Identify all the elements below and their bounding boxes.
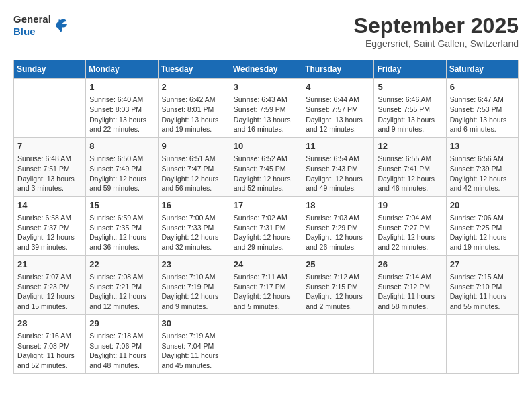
calendar-cell: 23Sunrise: 7:10 AMSunset: 7:19 PMDayligh… <box>158 255 230 314</box>
day-number: 14 <box>17 199 82 212</box>
cell-content: Sunrise: 7:14 AMSunset: 7:12 PMDaylight:… <box>378 272 442 312</box>
calendar-cell: 6Sunrise: 6:47 AMSunset: 7:53 PMDaylight… <box>446 79 518 138</box>
day-number: 5 <box>378 81 442 93</box>
month-title: September 2025 <box>354 13 519 38</box>
cell-content: Sunrise: 7:11 AMSunset: 7:17 PMDaylight:… <box>234 272 298 312</box>
weekday-header: Monday <box>86 60 158 79</box>
cell-content: Sunrise: 6:40 AMSunset: 8:03 PMDaylight:… <box>89 95 154 134</box>
cell-content: Sunrise: 7:00 AMSunset: 7:33 PMDaylight:… <box>162 213 226 253</box>
cell-content: Sunrise: 7:10 AMSunset: 7:19 PMDaylight:… <box>162 272 226 312</box>
day-number: 23 <box>162 259 226 271</box>
cell-content: Sunrise: 7:18 AMSunset: 7:06 PMDaylight:… <box>89 331 154 371</box>
calendar-cell: 1Sunrise: 6:40 AMSunset: 8:03 PMDaylight… <box>86 79 158 138</box>
day-number: 9 <box>162 140 226 152</box>
cell-content: Sunrise: 6:56 AMSunset: 7:39 PMDaylight:… <box>450 154 515 193</box>
calendar-week-row: 21Sunrise: 7:07 AMSunset: 7:23 PMDayligh… <box>14 255 519 314</box>
cell-content: Sunrise: 6:46 AMSunset: 7:55 PMDaylight:… <box>378 95 442 134</box>
day-number: 7 <box>17 140 82 152</box>
cell-content: Sunrise: 7:12 AMSunset: 7:15 PMDaylight:… <box>306 272 370 312</box>
day-number: 27 <box>450 259 515 271</box>
day-number: 2 <box>162 81 226 93</box>
day-number: 3 <box>234 81 298 93</box>
weekday-header: Friday <box>374 60 446 79</box>
calendar-week-row: 1Sunrise: 6:40 AMSunset: 8:03 PMDaylight… <box>14 79 519 138</box>
calendar-cell: 20Sunrise: 7:06 AMSunset: 7:25 PMDayligh… <box>446 196 518 255</box>
cell-content: Sunrise: 6:54 AMSunset: 7:43 PMDaylight:… <box>306 154 370 193</box>
day-number: 4 <box>306 81 370 93</box>
calendar-cell: 25Sunrise: 7:12 AMSunset: 7:15 PMDayligh… <box>302 255 374 314</box>
cell-content: Sunrise: 7:06 AMSunset: 7:25 PMDaylight:… <box>450 213 515 253</box>
cell-content: Sunrise: 7:16 AMSunset: 7:08 PMDaylight:… <box>17 331 82 371</box>
day-number: 17 <box>234 199 298 212</box>
day-number: 26 <box>378 259 442 271</box>
weekday-header: Sunday <box>14 60 86 79</box>
day-number: 8 <box>89 140 154 152</box>
day-number: 30 <box>162 318 226 330</box>
logo: GeneralBlue <box>13 13 69 38</box>
cell-content: Sunrise: 6:43 AMSunset: 7:59 PMDaylight:… <box>234 95 298 134</box>
day-number: 21 <box>17 259 82 271</box>
location: Eggersriet, Saint Gallen, Switzerland <box>354 38 519 49</box>
calendar-cell: 14Sunrise: 6:58 AMSunset: 7:37 PMDayligh… <box>14 196 86 255</box>
calendar-cell: 26Sunrise: 7:14 AMSunset: 7:12 PMDayligh… <box>374 255 446 314</box>
calendar-cell: 8Sunrise: 6:50 AMSunset: 7:49 PMDaylight… <box>86 137 158 196</box>
cell-content: Sunrise: 7:08 AMSunset: 7:21 PMDaylight:… <box>89 272 154 312</box>
day-number: 16 <box>162 199 226 212</box>
logo-bird-icon <box>54 16 69 35</box>
cell-content: Sunrise: 6:44 AMSunset: 7:57 PMDaylight:… <box>306 95 370 134</box>
day-number: 6 <box>450 81 515 93</box>
cell-content: Sunrise: 7:07 AMSunset: 7:23 PMDaylight:… <box>17 272 82 312</box>
cell-content: Sunrise: 7:04 AMSunset: 7:27 PMDaylight:… <box>378 213 442 253</box>
calendar-week-row: 14Sunrise: 6:58 AMSunset: 7:37 PMDayligh… <box>14 196 519 255</box>
calendar-cell: 7Sunrise: 6:48 AMSunset: 7:51 PMDaylight… <box>14 137 86 196</box>
weekday-header: Saturday <box>446 60 518 79</box>
day-number: 25 <box>306 259 370 271</box>
day-number: 22 <box>89 259 154 271</box>
calendar-cell: 15Sunrise: 6:59 AMSunset: 7:35 PMDayligh… <box>86 196 158 255</box>
cell-content: Sunrise: 7:02 AMSunset: 7:31 PMDaylight:… <box>234 213 298 253</box>
calendar-cell <box>446 314 518 373</box>
day-number: 19 <box>378 199 442 212</box>
day-number: 1 <box>89 81 154 93</box>
calendar-cell: 17Sunrise: 7:02 AMSunset: 7:31 PMDayligh… <box>230 196 302 255</box>
cell-content: Sunrise: 6:47 AMSunset: 7:53 PMDaylight:… <box>450 95 515 134</box>
title-area: September 2025 Eggersriet, Saint Gallen,… <box>354 13 519 49</box>
cell-content: Sunrise: 6:58 AMSunset: 7:37 PMDaylight:… <box>17 213 82 253</box>
day-number: 10 <box>234 140 298 152</box>
cell-content: Sunrise: 7:03 AMSunset: 7:29 PMDaylight:… <box>306 213 370 253</box>
day-number: 20 <box>450 199 515 212</box>
calendar-cell: 30Sunrise: 7:19 AMSunset: 7:04 PMDayligh… <box>158 314 230 373</box>
calendar-cell: 24Sunrise: 7:11 AMSunset: 7:17 PMDayligh… <box>230 255 302 314</box>
logo-text: GeneralBlue <box>13 13 51 38</box>
weekday-header: Thursday <box>302 60 374 79</box>
calendar-cell: 18Sunrise: 7:03 AMSunset: 7:29 PMDayligh… <box>302 196 374 255</box>
calendar-cell: 9Sunrise: 6:51 AMSunset: 7:47 PMDaylight… <box>158 137 230 196</box>
calendar-cell <box>302 314 374 373</box>
calendar-cell: 27Sunrise: 7:15 AMSunset: 7:10 PMDayligh… <box>446 255 518 314</box>
calendar-cell: 2Sunrise: 6:42 AMSunset: 8:01 PMDaylight… <box>158 79 230 138</box>
calendar-cell: 16Sunrise: 7:00 AMSunset: 7:33 PMDayligh… <box>158 196 230 255</box>
cell-content: Sunrise: 6:59 AMSunset: 7:35 PMDaylight:… <box>89 213 154 253</box>
calendar-cell: 5Sunrise: 6:46 AMSunset: 7:55 PMDaylight… <box>374 79 446 138</box>
day-number: 29 <box>89 318 154 330</box>
calendar-cell: 29Sunrise: 7:18 AMSunset: 7:06 PMDayligh… <box>86 314 158 373</box>
day-number: 11 <box>306 140 370 152</box>
day-number: 13 <box>450 140 515 152</box>
cell-content: Sunrise: 6:51 AMSunset: 7:47 PMDaylight:… <box>162 154 226 193</box>
calendar-cell: 13Sunrise: 6:56 AMSunset: 7:39 PMDayligh… <box>446 137 518 196</box>
calendar-cell <box>230 314 302 373</box>
calendar-table: SundayMondayTuesdayWednesdayThursdayFrid… <box>13 60 519 374</box>
cell-content: Sunrise: 6:50 AMSunset: 7:49 PMDaylight:… <box>89 154 154 193</box>
calendar-cell: 10Sunrise: 6:52 AMSunset: 7:45 PMDayligh… <box>230 137 302 196</box>
day-number: 28 <box>17 318 82 330</box>
calendar-cell: 21Sunrise: 7:07 AMSunset: 7:23 PMDayligh… <box>14 255 86 314</box>
day-number: 15 <box>89 199 154 212</box>
calendar-cell: 22Sunrise: 7:08 AMSunset: 7:21 PMDayligh… <box>86 255 158 314</box>
day-number: 12 <box>378 140 442 152</box>
page-header: GeneralBlue September 2025 Eggersriet, S… <box>13 13 519 49</box>
calendar-cell <box>14 79 86 138</box>
calendar-cell: 3Sunrise: 6:43 AMSunset: 7:59 PMDaylight… <box>230 79 302 138</box>
day-number: 24 <box>234 259 298 271</box>
calendar-cell: 12Sunrise: 6:55 AMSunset: 7:41 PMDayligh… <box>374 137 446 196</box>
cell-content: Sunrise: 7:19 AMSunset: 7:04 PMDaylight:… <box>162 331 226 371</box>
